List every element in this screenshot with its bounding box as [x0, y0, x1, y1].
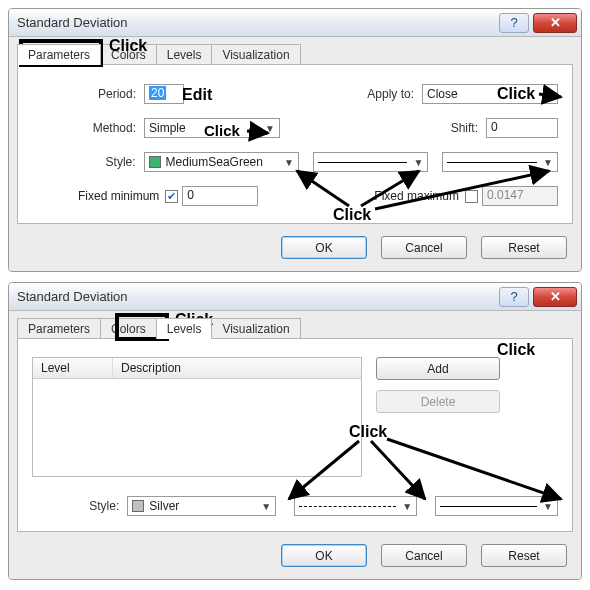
ok-button[interactable]: OK: [281, 544, 367, 567]
dialog-buttons: OK Cancel Reset: [9, 538, 581, 579]
style-width-combo[interactable]: ▼: [435, 496, 558, 516]
fixedmax-label: Fixed maximum: [374, 189, 459, 203]
col-level[interactable]: Level: [33, 358, 113, 378]
period-input[interactable]: 20: [144, 84, 184, 104]
dialog-parameters: Standard Deviation ? ✕ Parameters Colors…: [8, 8, 582, 272]
color-swatch-icon: [149, 156, 161, 168]
fixedmin-checkbox[interactable]: ✔: [165, 190, 178, 203]
style-width-combo[interactable]: ▼: [442, 152, 558, 172]
fixedmin-input[interactable]: 0: [182, 186, 258, 206]
parameters-panel: Period: 20 Apply to: Close▼ Method: Simp…: [17, 64, 573, 224]
tab-parameters[interactable]: Parameters: [17, 318, 101, 339]
tab-visualization[interactable]: Visualization: [211, 44, 300, 65]
cancel-button[interactable]: Cancel: [381, 236, 467, 259]
shift-input[interactable]: 0: [486, 118, 558, 138]
chevron-down-icon: ▼: [400, 501, 414, 512]
close-button[interactable]: ✕: [533, 13, 577, 33]
cancel-button[interactable]: Cancel: [381, 544, 467, 567]
add-button[interactable]: Add: [376, 357, 500, 380]
method-label: Method:: [32, 121, 144, 135]
levels-table[interactable]: Level Description: [32, 357, 362, 477]
table-header: Level Description: [33, 358, 361, 379]
close-button[interactable]: ✕: [533, 287, 577, 307]
tab-visualization[interactable]: Visualization: [211, 318, 300, 339]
tab-parameters[interactable]: Parameters: [17, 44, 101, 65]
tab-colors[interactable]: Colors: [100, 44, 157, 65]
help-button[interactable]: ?: [499, 287, 529, 307]
dialog-buttons: OK Cancel Reset: [9, 230, 581, 271]
style-line-combo[interactable]: ▼: [294, 496, 417, 516]
reset-button[interactable]: Reset: [481, 236, 567, 259]
applyto-combo[interactable]: Close▼: [422, 84, 558, 104]
help-button[interactable]: ?: [499, 13, 529, 33]
tab-bar: Parameters Colors Levels Visualization: [9, 311, 581, 338]
tab-colors[interactable]: Colors: [100, 318, 157, 339]
fixedmax-checkbox[interactable]: [465, 190, 478, 203]
reset-button[interactable]: Reset: [481, 544, 567, 567]
chevron-down-icon: ▼: [541, 157, 555, 168]
period-label: Period:: [32, 87, 144, 101]
col-description[interactable]: Description: [113, 358, 361, 378]
style-label: Style:: [32, 155, 144, 169]
style-line-combo[interactable]: ▼: [313, 152, 429, 172]
tab-bar: Parameters Colors Levels Visualization: [9, 37, 581, 64]
tab-levels[interactable]: Levels: [156, 318, 213, 339]
style-color-combo[interactable]: MediumSeaGreen▼: [144, 152, 299, 172]
chevron-down-icon: ▼: [411, 157, 425, 168]
style-color-combo[interactable]: Silver▼: [127, 496, 276, 516]
chevron-down-icon: ▼: [263, 123, 277, 134]
applyto-label: Apply to:: [352, 87, 422, 101]
style-label: Style:: [32, 499, 127, 513]
window-title: Standard Deviation: [17, 289, 499, 304]
fixedmin-label: Fixed minimum: [78, 189, 159, 203]
window-title: Standard Deviation: [17, 15, 499, 30]
color-swatch-icon: [132, 500, 144, 512]
ok-button[interactable]: OK: [281, 236, 367, 259]
method-combo[interactable]: Simple▼: [144, 118, 280, 138]
chevron-down-icon: ▼: [259, 501, 273, 512]
chevron-down-icon: ▼: [282, 157, 296, 168]
titlebar: Standard Deviation ? ✕: [9, 283, 581, 311]
chevron-down-icon: ▼: [541, 89, 555, 100]
titlebar: Standard Deviation ? ✕: [9, 9, 581, 37]
dialog-levels: Standard Deviation ? ✕ Parameters Colors…: [8, 282, 582, 580]
levels-panel: Level Description Add Delete Style: Silv…: [17, 338, 573, 532]
delete-button[interactable]: Delete: [376, 390, 500, 413]
tab-levels[interactable]: Levels: [156, 44, 213, 65]
fixedmax-input[interactable]: 0.0147: [482, 186, 558, 206]
chevron-down-icon: ▼: [541, 501, 555, 512]
shift-label: Shift:: [416, 121, 486, 135]
